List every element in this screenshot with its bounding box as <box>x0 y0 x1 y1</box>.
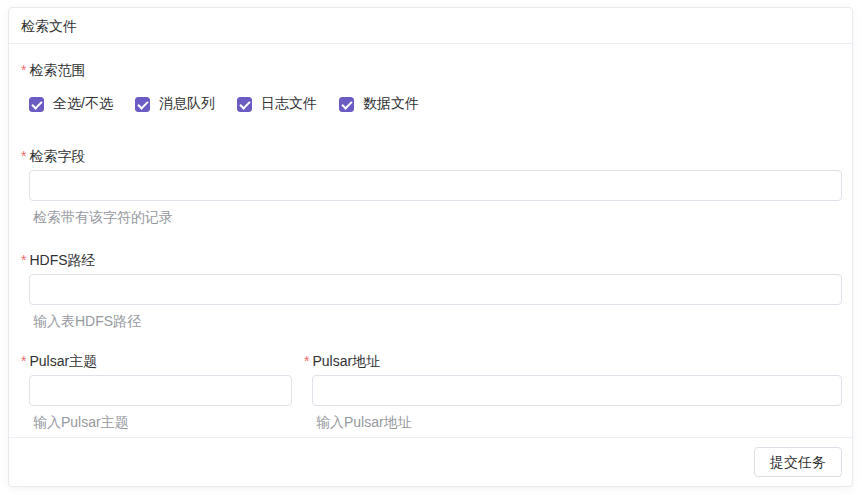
pulsar-address-helper: 输入Pulsar地址 <box>316 413 842 431</box>
hdfs-path-label-text: HDFS路经 <box>29 250 95 270</box>
submit-task-button[interactable]: 提交任务 <box>754 447 842 477</box>
required-asterisk: * <box>21 250 26 270</box>
checkbox-checked-icon[interactable] <box>29 97 44 112</box>
search-scope-label-text: 检索范围 <box>29 60 85 80</box>
form-item-search-field: * 检索字段 检索带有该字符的记录 <box>21 146 842 226</box>
checkbox-select-all[interactable]: 全选/不选 <box>29 95 113 113</box>
pulsar-topic-label: * Pulsar主题 <box>21 351 292 371</box>
required-asterisk: * <box>21 146 26 166</box>
search-scope-checkbox-group: 全选/不选 消息队列 日志文件 数据文件 <box>29 95 842 113</box>
pulsar-topic-helper: 输入Pulsar主题 <box>33 413 292 431</box>
required-asterisk: * <box>21 351 26 371</box>
checkbox-data-file[interactable]: 数据文件 <box>339 95 419 113</box>
required-asterisk: * <box>21 60 26 80</box>
pulsar-row: * Pulsar主题 输入Pulsar主题 * Pulsar地址 输入Pulsa… <box>21 351 842 431</box>
checkbox-label: 日志文件 <box>261 95 317 113</box>
pulsar-topic-input[interactable] <box>29 375 292 406</box>
search-scope-label: * 检索范围 <box>21 60 842 80</box>
form-item-hdfs-path: * HDFS路经 输入表HDFS路径 <box>21 250 842 330</box>
pulsar-topic-label-text: Pulsar主题 <box>29 351 97 371</box>
pulsar-address-label: * Pulsar地址 <box>304 351 842 371</box>
form-item-search-scope: * 检索范围 全选/不选 消息队列 日志文件 数据文件 <box>21 60 842 113</box>
search-files-card: 检索文件 * 检索范围 全选/不选 消息队列 日志文件 <box>8 7 853 487</box>
form-item-pulsar-topic: * Pulsar主题 输入Pulsar主题 <box>21 351 292 431</box>
card-title: 检索文件 <box>21 18 77 34</box>
checkbox-checked-icon[interactable] <box>237 97 252 112</box>
card-header: 检索文件 <box>9 8 852 44</box>
checkbox-label: 全选/不选 <box>53 95 113 113</box>
hdfs-path-label: * HDFS路经 <box>21 250 842 270</box>
checkbox-log-file[interactable]: 日志文件 <box>237 95 317 113</box>
card-footer: 提交任务 <box>9 437 852 486</box>
checkbox-message-queue[interactable]: 消息队列 <box>135 95 215 113</box>
search-field-label: * 检索字段 <box>21 146 842 166</box>
search-field-helper: 检索带有该字符的记录 <box>33 208 842 226</box>
checkbox-label: 数据文件 <box>363 95 419 113</box>
pulsar-address-input[interactable] <box>312 375 842 406</box>
checkbox-checked-icon[interactable] <box>339 97 354 112</box>
pulsar-address-label-text: Pulsar地址 <box>312 351 380 371</box>
hdfs-path-input[interactable] <box>29 274 842 305</box>
form-item-pulsar-address: * Pulsar地址 输入Pulsar地址 <box>304 351 842 431</box>
required-asterisk: * <box>304 351 309 371</box>
hdfs-path-helper: 输入表HDFS路径 <box>33 312 842 330</box>
checkbox-label: 消息队列 <box>159 95 215 113</box>
search-field-input[interactable] <box>29 170 842 201</box>
search-field-label-text: 检索字段 <box>29 146 85 166</box>
card-body: * 检索范围 全选/不选 消息队列 日志文件 数据文件 <box>9 44 852 437</box>
checkbox-checked-icon[interactable] <box>135 97 150 112</box>
